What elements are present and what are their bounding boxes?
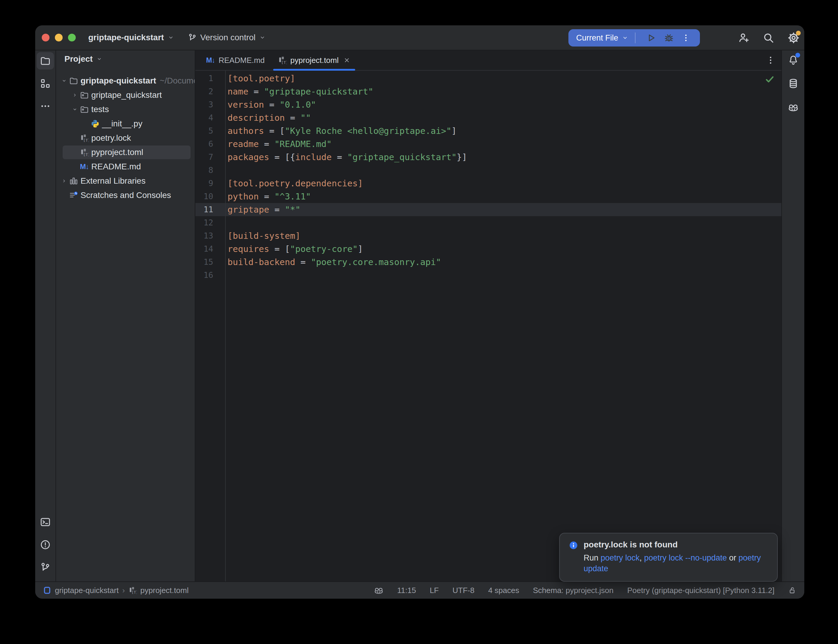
code-text: python = "^3.11" — [225, 190, 311, 203]
chevron-right-icon[interactable] — [71, 91, 79, 99]
notifications-button[interactable] — [785, 51, 802, 68]
tree-item-scratches-and-consoles[interactable]: Scratches and Consoles — [56, 188, 195, 202]
chevron-down-icon[interactable] — [60, 77, 68, 85]
search-everywhere-icon[interactable] — [762, 32, 774, 44]
python-interpreter[interactable]: Poetry (griptape-quickstart) [Python 3.1… — [627, 586, 774, 595]
tree-item-label: Scratches and Consoles — [81, 191, 171, 200]
svg-text:[T]: [T] — [131, 590, 137, 595]
toml-file-icon[interactable]: [T] — [128, 586, 137, 595]
project-panel: Project griptape-quickstart~/Documegript… — [56, 50, 196, 582]
tab-readme[interactable]: M↓ README.md — [199, 50, 271, 70]
ide-window: griptape-quickstart Version control Curr… — [35, 25, 804, 599]
tab-pyproject[interactable]: [T] pyproject.toml — [271, 50, 357, 70]
code-line-3[interactable]: 3version = "0.1.0" — [196, 98, 781, 111]
line-number: 14 — [196, 242, 225, 256]
chevron-right-icon[interactable] — [60, 177, 68, 185]
unlock-icon[interactable] — [788, 586, 797, 595]
structure-tool-button[interactable] — [37, 75, 54, 92]
editor-area: M↓ README.md [T] pyproject.toml 1[tool.p… — [196, 50, 781, 582]
code-line-7[interactable]: 7packages = [{include = "griptape_quicks… — [196, 151, 781, 164]
tree-item-griptape-quickstart[interactable]: griptape_quickstart — [56, 88, 195, 102]
code-line-10[interactable]: 10python = "^3.11" — [196, 190, 781, 203]
info-icon — [569, 540, 578, 550]
code-line-14[interactable]: 14requires = ["poetry-core"] — [196, 242, 781, 256]
code-line-9[interactable]: 9[tool.poetry.dependencies] — [196, 177, 781, 190]
minimize-window-button[interactable] — [55, 34, 62, 41]
tree-item-label: griptape-quickstart — [81, 76, 156, 85]
close-tab-icon[interactable] — [343, 57, 350, 64]
json-schema[interactable]: Schema: pyproject.json — [533, 586, 613, 595]
tree-item-tests[interactable]: tests — [56, 102, 195, 117]
code-text: packages = [{include = "griptape_quickst… — [225, 151, 467, 164]
code-line-1[interactable]: 1[tool.poetry] — [196, 72, 781, 85]
run-config-selector[interactable]: Current File — [576, 33, 618, 43]
tree-item-pyproject-toml[interactable]: [T]pyproject.toml — [56, 145, 195, 159]
project-panel-header[interactable]: Project — [56, 50, 195, 68]
code-with-me-icon[interactable] — [738, 32, 749, 44]
folder-icon — [69, 76, 78, 85]
indent-style[interactable]: 4 spaces — [488, 586, 519, 595]
run-more-actions-button[interactable] — [682, 33, 690, 43]
notification-popup: poetry.lock is not found Run poetry lock… — [559, 533, 778, 582]
ellipsis-icon — [40, 101, 51, 112]
close-window-button[interactable] — [42, 34, 49, 41]
code-line-11[interactable]: 11griptape = "*" — [196, 203, 781, 216]
terminal-tool-button[interactable] — [37, 513, 54, 531]
chevron-down-icon[interactable] — [71, 105, 79, 113]
code-line-12[interactable]: 12 — [196, 216, 781, 229]
chevron-down-icon — [96, 56, 102, 62]
copilot-status-icon[interactable] — [374, 586, 383, 595]
line-number: 16 — [196, 269, 225, 282]
debug-button[interactable] — [664, 33, 674, 43]
code-editor[interactable]: 1[tool.poetry]2name = "griptape-quicksta… — [196, 71, 781, 582]
editor-options-icon[interactable] — [766, 56, 776, 65]
caret-position[interactable]: 11:15 — [397, 586, 416, 595]
version-control-tool-button[interactable] — [37, 559, 54, 576]
code-line-4[interactable]: 4description = "" — [196, 111, 781, 124]
chevron-down-icon — [168, 34, 174, 41]
line-number: 8 — [196, 164, 225, 177]
code-text: [tool.poetry] — [225, 72, 295, 85]
tree-item-poetry-lock[interactable]: [T]poetry.lock — [56, 131, 195, 145]
notification-link[interactable]: poetry lock — [601, 554, 640, 562]
python-icon — [90, 119, 100, 128]
project-widget-label: griptape-quickstart — [88, 33, 164, 42]
scratch-icon — [69, 191, 78, 200]
code-line-6[interactable]: 6readme = "README.md" — [196, 138, 781, 151]
chevron-down-icon — [259, 34, 266, 41]
code-line-8[interactable]: 8 — [196, 164, 781, 177]
code-line-13[interactable]: 13[build-system] — [196, 229, 781, 242]
notification-link[interactable]: poetry lock --no-update — [644, 554, 727, 562]
line-separator[interactable]: LF — [430, 586, 439, 595]
code-text: griptape = "*" — [225, 203, 300, 216]
ai-assistant-tool-button[interactable] — [785, 99, 802, 116]
database-tool-button[interactable] — [785, 75, 802, 92]
code-line-2[interactable]: 2name = "griptape-quickstart" — [196, 85, 781, 98]
settings-button[interactable] — [788, 32, 800, 44]
code-lines: 1[tool.poetry]2name = "griptape-quicksta… — [196, 72, 781, 282]
tree-item-external-libraries[interactable]: External Libraries — [56, 174, 195, 188]
project-tool-button[interactable] — [37, 52, 54, 69]
breadcrumb-item[interactable]: griptape-quickstart — [55, 586, 119, 595]
problems-tool-button[interactable] — [37, 536, 54, 554]
tree-item-readme-md[interactable]: M↓README.md — [56, 159, 195, 174]
inspections-ok-icon[interactable] — [765, 74, 775, 84]
module-icon[interactable] — [43, 586, 51, 595]
run-button[interactable] — [646, 33, 656, 43]
more-tool-windows-button[interactable] — [37, 97, 54, 115]
tree-item-griptape-quickstart[interactable]: griptape-quickstart~/Docume — [56, 74, 195, 88]
zoom-window-button[interactable] — [68, 34, 76, 41]
code-line-16[interactable]: 16 — [196, 269, 781, 282]
file-encoding[interactable]: UTF-8 — [452, 586, 475, 595]
code-line-5[interactable]: 5authors = ["Kyle Roche <hello@griptape.… — [196, 124, 781, 138]
code-line-15[interactable]: 15build-backend = "poetry.core.masonry.a… — [196, 256, 781, 269]
chevron-down-icon[interactable] — [622, 34, 628, 41]
code-text: description = "" — [225, 111, 311, 124]
notification-body: Run poetry lock, poetry lock --no-update… — [583, 552, 769, 574]
breadcrumb-item[interactable]: pyproject.toml — [140, 586, 189, 595]
chevron-spacer — [71, 134, 79, 142]
code-text: [build-system] — [225, 229, 300, 242]
project-widget[interactable]: griptape-quickstart — [88, 33, 174, 42]
tree-item--init-py[interactable]: __init__.py — [56, 117, 195, 131]
vcs-widget[interactable]: Version control — [188, 33, 266, 42]
